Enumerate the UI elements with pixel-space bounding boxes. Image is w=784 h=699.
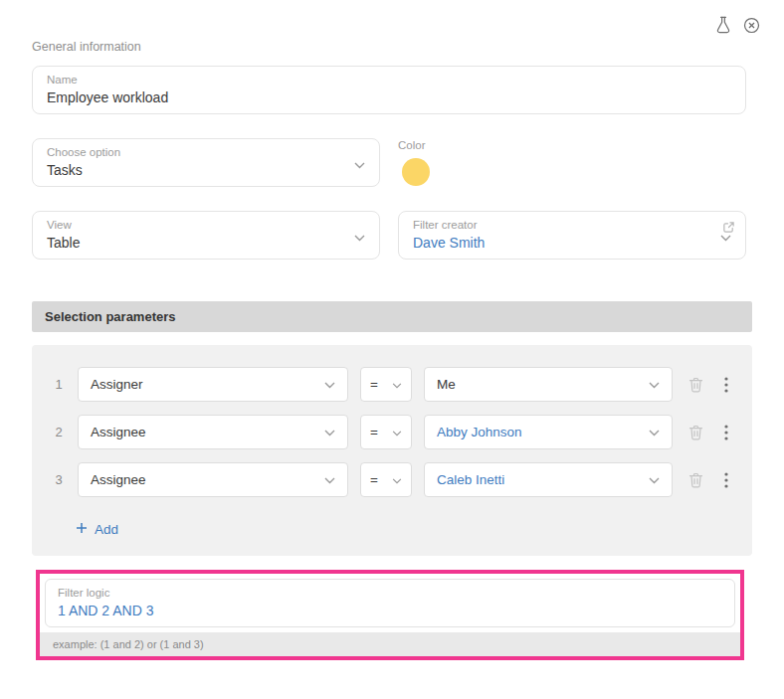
value-select[interactable]: Abby Johnson	[424, 415, 673, 449]
kebab-menu-icon[interactable]	[718, 377, 734, 393]
filter-creator-value: Dave Smith	[413, 234, 731, 252]
chevron-down-icon	[649, 472, 660, 487]
row-number: 3	[52, 472, 66, 487]
kebab-menu-icon[interactable]	[718, 472, 734, 488]
field-select[interactable]: Assigner	[78, 367, 348, 402]
kebab-menu-icon[interactable]	[718, 425, 734, 440]
view-value: Table	[47, 234, 365, 252]
add-row-label: Add	[95, 522, 118, 537]
filter-logic-highlight: Filter logic 1 AND 2 AND 3 example: (1 a…	[36, 570, 744, 660]
filter-row: 2 Assignee = Abby Johnson	[52, 415, 734, 449]
filter-row: 3 Assignee = Caleb Inetti	[52, 462, 734, 497]
header-actions	[715, 16, 760, 34]
chevron-down-icon	[354, 228, 365, 246]
field-select-value: Assignee	[91, 425, 146, 439]
view-label: View	[47, 219, 365, 231]
section-label-general-information: General information	[32, 0, 752, 54]
value-select[interactable]: Me	[424, 367, 673, 402]
operator-select[interactable]: =	[360, 462, 412, 497]
operator-select[interactable]: =	[360, 415, 412, 449]
add-row-button[interactable]: Add	[76, 522, 118, 537]
filter-row: 1 Assigner = Me	[52, 367, 734, 402]
color-label: Color	[398, 139, 430, 151]
chevron-down-icon	[324, 472, 335, 487]
value-select[interactable]: Caleb Inetti	[424, 462, 673, 497]
color-picker: Color	[398, 138, 430, 186]
row-number: 2	[52, 425, 66, 439]
trash-icon[interactable]	[685, 472, 706, 488]
choose-option-label: Choose option	[47, 146, 365, 158]
view-select[interactable]: View Table	[32, 211, 380, 260]
chevron-down-icon	[324, 377, 335, 392]
plus-icon	[76, 522, 88, 537]
chevron-down-icon	[392, 425, 402, 439]
operator-select-value: =	[370, 425, 378, 439]
operator-select-value: =	[370, 472, 378, 487]
section-header-selection-parameters: Selection parameters	[32, 301, 752, 332]
row-number: 1	[52, 377, 66, 392]
value-select-value: Caleb Inetti	[437, 472, 504, 487]
filter-editor-page: General information Name Employee worklo…	[0, 0, 784, 699]
view-creator-row: View Table Filter creator Dave Smith	[32, 211, 752, 260]
filter-rows-panel: 1 Assigner = Me 2	[32, 345, 752, 556]
field-select[interactable]: Assignee	[78, 462, 348, 497]
filter-logic-value: 1 AND 2 AND 3	[58, 602, 722, 619]
field-select-value: Assignee	[91, 472, 146, 487]
field-select-value: Assigner	[91, 377, 143, 392]
value-select-value: Abby Johnson	[437, 425, 522, 439]
filter-logic-label: Filter logic	[58, 587, 722, 599]
operator-select[interactable]: =	[360, 367, 412, 402]
close-circle-icon[interactable]	[743, 17, 760, 34]
chevron-down-icon	[720, 228, 731, 246]
chevron-down-icon	[392, 472, 402, 487]
field-select[interactable]: Assignee	[78, 415, 348, 449]
filter-logic-hint: example: (1 and 2) or (1 and 3)	[40, 632, 740, 656]
name-field-label: Name	[47, 74, 731, 86]
chevron-down-icon	[354, 155, 365, 173]
choose-option-value: Tasks	[47, 161, 365, 179]
trash-icon[interactable]	[685, 377, 706, 393]
filter-creator-label: Filter creator	[413, 219, 731, 231]
option-color-row: Choose option Tasks Color	[32, 138, 752, 187]
flask-icon[interactable]	[715, 16, 731, 34]
value-select-value: Me	[437, 377, 456, 392]
trash-icon[interactable]	[685, 425, 706, 440]
name-field-value: Employee workload	[47, 88, 731, 106]
operator-select-value: =	[370, 377, 378, 392]
chevron-down-icon	[392, 377, 402, 392]
choose-option-select[interactable]: Choose option Tasks	[32, 138, 380, 187]
name-field[interactable]: Name Employee workload	[32, 66, 746, 114]
chevron-down-icon	[649, 377, 660, 392]
color-swatch[interactable]	[402, 158, 430, 186]
chevron-down-icon	[649, 425, 660, 439]
filter-logic-input[interactable]: Filter logic 1 AND 2 AND 3	[45, 579, 735, 627]
chevron-down-icon	[324, 425, 335, 439]
filter-creator-select[interactable]: Filter creator Dave Smith	[398, 211, 746, 260]
